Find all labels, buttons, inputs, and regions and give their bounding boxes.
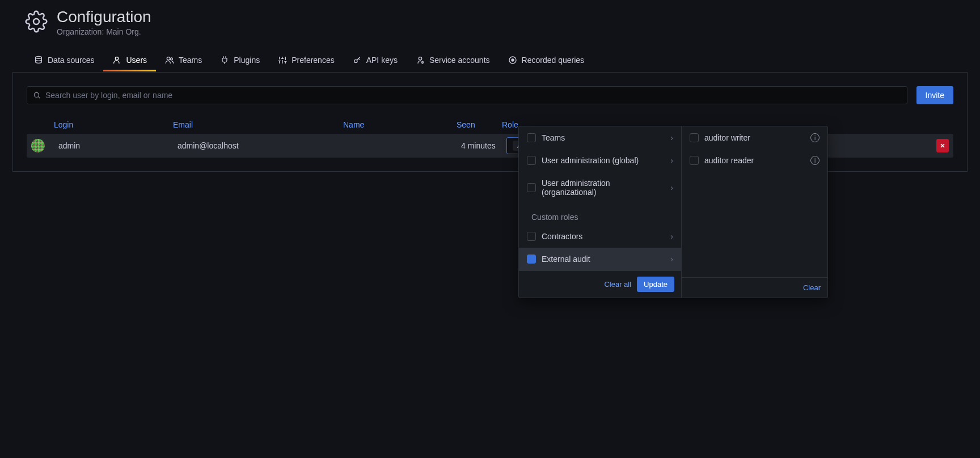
tab-label: Teams	[179, 56, 202, 65]
col-login[interactable]: Login	[54, 120, 173, 129]
tab-label: Service accounts	[429, 56, 490, 65]
page-title: Configuration	[57, 8, 151, 26]
plug-icon	[220, 56, 229, 65]
role-dropdown: Teams › User administration (global) › U…	[518, 126, 828, 298]
tab-api-keys[interactable]: API keys	[344, 50, 407, 71]
tab-plugins[interactable]: Plugins	[211, 50, 269, 71]
delete-button[interactable]	[936, 139, 949, 152]
checkbox[interactable]	[527, 183, 536, 192]
sliders-icon	[278, 56, 287, 65]
svg-point-3	[167, 57, 170, 60]
role-option-label: User administration (organizational)	[542, 179, 665, 197]
role-option-teams[interactable]: Teams ›	[519, 126, 681, 149]
svg-point-15	[419, 57, 421, 60]
search-wrap[interactable]	[27, 86, 907, 104]
role-option-label: Teams	[542, 133, 665, 142]
content-panel: Invite Login Email Name Seen Role admin …	[12, 72, 968, 172]
page-header: Configuration Organization: Main Org.	[0, 0, 980, 42]
svg-point-1	[36, 56, 42, 58]
tab-label: Recorded queries	[522, 56, 585, 65]
col-seen[interactable]: Seen	[457, 120, 502, 129]
info-icon[interactable]: i	[810, 156, 820, 165]
tab-users[interactable]: Users	[103, 50, 156, 71]
svg-point-4	[170, 58, 172, 60]
tab-label: Data sources	[48, 56, 94, 65]
role-option-user-admin-org[interactable]: User administration (organizational) ›	[519, 172, 681, 203]
checkbox[interactable]	[527, 156, 536, 165]
chevron-right-icon: ›	[670, 232, 673, 241]
key-icon	[353, 56, 362, 65]
tab-label: Plugins	[234, 56, 260, 65]
update-button[interactable]: Update	[637, 277, 674, 292]
tabs: Data sources Users Teams Plugins Prefere…	[0, 50, 980, 72]
svg-point-18	[512, 59, 514, 61]
svg-point-16	[422, 62, 424, 63]
user-icon	[112, 56, 121, 65]
invite-button[interactable]: Invite	[916, 86, 953, 104]
avatar	[31, 139, 45, 152]
custom-roles-header: Custom roles	[519, 203, 681, 225]
checkbox[interactable]	[690, 133, 699, 142]
clear-all-button[interactable]: Clear all	[604, 280, 631, 289]
tab-preferences[interactable]: Preferences	[269, 50, 343, 71]
info-icon[interactable]: i	[810, 133, 820, 142]
search-icon	[33, 91, 41, 99]
tab-label: Preferences	[292, 56, 334, 65]
page-subtitle: Organization: Main Org.	[57, 27, 151, 36]
svg-point-2	[116, 57, 119, 60]
checkbox[interactable]	[527, 232, 536, 241]
role-option-label: External audit	[542, 255, 665, 264]
col-email[interactable]: Email	[173, 120, 343, 129]
role-option-contractors[interactable]: Contractors ›	[519, 225, 681, 248]
checkbox[interactable]	[690, 156, 699, 165]
cell-email: admin@localhost	[178, 141, 348, 150]
cell-login: admin	[58, 141, 178, 150]
col-name[interactable]: Name	[343, 120, 457, 129]
chevron-right-icon: ›	[670, 183, 673, 192]
role-option-external-audit[interactable]: External audit ›	[519, 248, 681, 270]
close-icon	[939, 142, 946, 149]
tab-service-accounts[interactable]: Service accounts	[407, 50, 499, 71]
clear-button[interactable]: Clear	[803, 283, 821, 292]
subrole-label: auditor writer	[704, 133, 805, 142]
role-option-label: Contractors	[542, 232, 665, 241]
svg-point-19	[34, 92, 39, 97]
gear-icon	[25, 10, 48, 35]
checkbox[interactable]	[527, 133, 536, 142]
users-icon	[165, 56, 174, 65]
subrole-option-auditor-reader[interactable]: auditor reader i	[682, 149, 827, 172]
checkbox[interactable]	[527, 255, 536, 264]
tab-teams[interactable]: Teams	[156, 50, 211, 71]
tab-label: Users	[126, 56, 147, 65]
tab-label: API keys	[366, 56, 398, 65]
search-input[interactable]	[45, 91, 901, 100]
subrole-label: auditor reader	[704, 156, 805, 165]
tab-data-sources[interactable]: Data sources	[25, 50, 103, 71]
role-option-label: User administration (global)	[542, 156, 665, 165]
cell-seen: 4 minutes	[461, 141, 506, 150]
record-icon	[508, 56, 517, 65]
service-icon	[416, 56, 425, 65]
tab-recorded-queries[interactable]: Recorded queries	[499, 50, 594, 71]
database-icon	[34, 56, 43, 65]
chevron-right-icon: ›	[670, 133, 673, 142]
chevron-right-icon: ›	[670, 255, 673, 264]
subrole-option-auditor-writer[interactable]: auditor writer i	[682, 126, 827, 149]
svg-point-0	[33, 19, 39, 24]
svg-line-20	[39, 97, 40, 99]
chevron-right-icon: ›	[670, 156, 673, 165]
role-option-user-admin-global[interactable]: User administration (global) ›	[519, 149, 681, 172]
